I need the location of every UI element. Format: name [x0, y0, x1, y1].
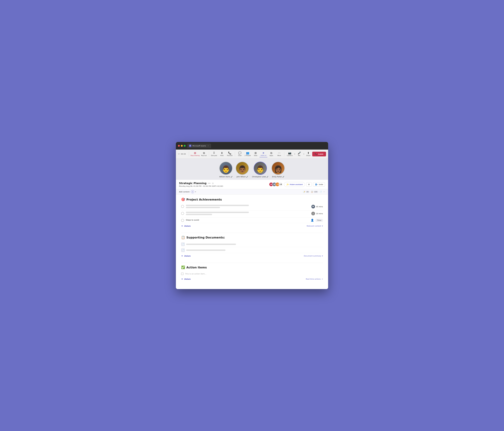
maximize-button[interactable] [184, 145, 186, 147]
attendees-avatar-stack[interactable]: A B C +4 [269, 182, 283, 186]
more-button[interactable]: ··· More [275, 151, 283, 157]
content-more-button[interactable]: 📄 [320, 191, 322, 193]
avatar-img-christopher: 👨 [254, 162, 266, 174]
divider-2 [209, 152, 209, 156]
pop-out-label: Pop out [201, 155, 207, 156]
meeting-title: Strategic Planning ··· ☆ [179, 182, 223, 185]
teams-icon: T [189, 145, 191, 147]
doc-item-1: 📄 [181, 241, 323, 247]
avatar-christopher: 👨 [254, 162, 267, 175]
attendees-more-count[interactable]: +4 [279, 182, 283, 186]
stop-sharing-button[interactable]: ⊠ Stop sharing [190, 151, 200, 157]
agenda-time-1: 45 mins [316, 206, 323, 208]
project-achievements-section: 🎯 Project Achievements W 45 mins [181, 198, 323, 229]
hold-button[interactable]: ⏸ Hold [218, 151, 226, 157]
iadam-assistant-button[interactable]: ✨ iAdam assistant [284, 182, 305, 187]
people-button[interactable]: 👥 2 People [244, 151, 252, 157]
view-button[interactable]: ⊞ View [252, 151, 260, 157]
camera-button[interactable]: 📷 Camera [285, 151, 294, 157]
meeting-actions: A B C +4 ✨ iAdam assistant ⚙ 👤+ Invite [269, 182, 325, 187]
iadam-row-1: ✦ iAdam Relevant content ▾ [181, 223, 323, 229]
leave-button[interactable]: 📞 Leave [312, 152, 326, 156]
meeting-more-button[interactable]: ··· [208, 182, 210, 185]
agenda-label-3: Steps to avoid [186, 219, 199, 221]
iadam-sparkle-icon: ✨ [286, 183, 289, 186]
share-label: Share [306, 155, 310, 156]
minimize-button[interactable] [181, 145, 183, 147]
agenda-checkbox-3[interactable] [181, 219, 184, 222]
pop-out-button[interactable]: ⧉ Pop out [200, 151, 208, 157]
supporting-docs-icon: 📋 [181, 236, 185, 239]
transfer-button[interactable]: 📞 Transfer [226, 151, 234, 157]
participant-name-william: William Harris 🎤 [219, 176, 233, 178]
adam-ai-button[interactable]: ➤ adam.ai [260, 151, 267, 157]
tasks-count: (10) [314, 191, 318, 193]
agenda-text-bar-1b [186, 207, 220, 208]
notes-count-button[interactable]: 📝 (6) [303, 191, 309, 193]
relevant-content-label: Relevant content [307, 225, 321, 227]
share-button[interactable]: ⬆ Share [304, 151, 312, 157]
tasks-count-button[interactable]: 📋 (10) [311, 191, 318, 193]
avatar-img-emily: 👩🏾 [272, 162, 284, 174]
title-bar: T Microsoft teams × [176, 142, 328, 150]
iadam-row-2: ✦ iAdam Document summary ▾ [181, 253, 323, 258]
chat-label: Chat [238, 155, 242, 156]
agenda-content-1 [186, 205, 309, 209]
apps-label: Apps [270, 155, 273, 156]
add-content-dropdown[interactable]: ▾ [195, 191, 196, 193]
meeting-star-button[interactable]: ☆ [212, 182, 214, 185]
camera-label: Camera [287, 155, 293, 156]
time-field-3[interactable]: Time [315, 219, 323, 222]
iadam-label-2: ✦ iAdam [181, 255, 191, 257]
agenda-item-3: Steps to avoid 👤 Time [181, 217, 323, 223]
leave-phone-icon: 📞 [315, 153, 317, 155]
participant-name-emily: Emily Parker 🎤 [272, 176, 284, 178]
hold-icon: ⏸ [221, 152, 223, 154]
relevant-content-button[interactable]: Relevant content ▾ [307, 225, 323, 227]
iadam-sparkle-1: ✦ [181, 225, 183, 227]
close-button[interactable] [178, 145, 180, 147]
realtime-label: Real-time actions [306, 278, 321, 280]
adam-ai-icon: ➤ [262, 152, 265, 154]
notes-icon: 📝 [303, 191, 305, 193]
supporting-documents-section: 📋 Supporting Documents: 📄 📄 ✦ iAdam Docu… [181, 236, 323, 258]
doc-text-bar-1 [186, 244, 236, 245]
tab-close-button[interactable]: × [207, 145, 209, 147]
people-icon: 👥 [246, 152, 249, 154]
realtime-actions-button[interactable]: Real-time actions → [306, 278, 323, 280]
transfer-icon: 📞 [228, 152, 231, 154]
agenda-text-bar-2b [186, 214, 212, 215]
mic-dropdown-arrow[interactable]: ▾ [303, 153, 304, 155]
doc-text-bar-2 [186, 249, 225, 251]
avatar-emily: 👩🏾 [271, 162, 285, 175]
agenda-checkbox-2[interactable] [181, 212, 184, 215]
mic-button[interactable]: 🎤 Mic [295, 151, 303, 157]
mute-icon-william: 🎤 [231, 176, 233, 178]
realtime-chevron: → [321, 278, 323, 280]
add-content-button[interactable]: + [191, 190, 194, 193]
action-checkbox-1[interactable] [181, 273, 183, 275]
camera-dropdown-arrow[interactable]: ▾ [294, 153, 295, 155]
chat-button[interactable]: 💬 Chat [236, 151, 244, 157]
meeting-settings-button[interactable]: ⚙ [306, 182, 312, 187]
avatar-img-william: 👨 [220, 162, 232, 174]
agenda-checkbox-1[interactable] [181, 205, 184, 208]
invite-button[interactable]: 👤+ Invite [313, 182, 325, 187]
agenda-avatar-1: W [311, 205, 315, 208]
participant-name-christopher: Christopher Lewis 🎤 [252, 176, 268, 178]
content-overflow-button[interactable]: ··· [324, 191, 325, 193]
doc-summary-button[interactable]: Document summary ▾ [304, 255, 323, 257]
person-placeholder-icon: 👤 [311, 219, 314, 222]
agenda-item-2: J 10 mins [181, 210, 323, 217]
doc-icon-1: 📄 [181, 242, 185, 246]
people-label: 2 People [245, 155, 251, 156]
agenda-text-bar-2a [186, 212, 249, 213]
participant-emily: 👩🏾 Emily Parker 🎤 [271, 162, 285, 178]
supporting-documents-header: 📋 Supporting Documents: [181, 236, 323, 239]
doc-icon-2: 📄 [181, 248, 185, 252]
traffic-lights [178, 145, 186, 147]
app-tab[interactable]: T Microsoft teams × [187, 144, 211, 148]
apps-button[interactable]: ⧉ Apps [267, 151, 275, 157]
dial-pad-button[interactable]: ⠿ Dial pad [210, 151, 218, 157]
call-timer: 03:33 [181, 153, 186, 155]
